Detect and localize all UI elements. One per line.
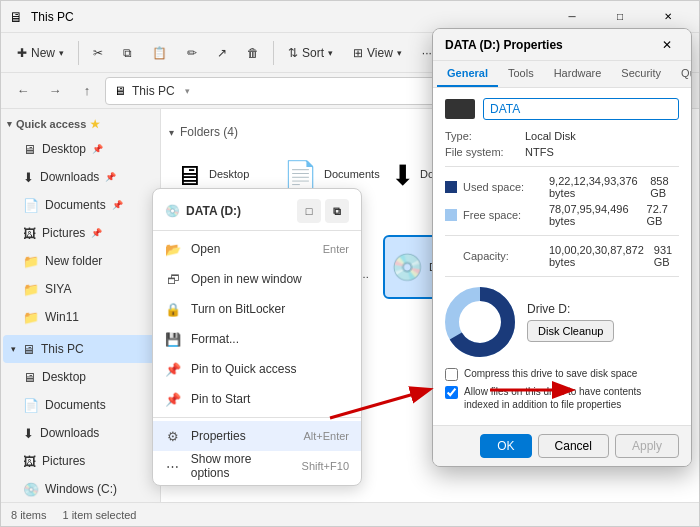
context-menu-more-icon-btn[interactable]: ⧉	[325, 199, 349, 223]
compress-label: Compress this drive to save disk space	[464, 367, 637, 380]
pc-pictures-icon: 🖼	[23, 454, 36, 469]
ctx-properties[interactable]: ⚙ Properties Alt+Enter	[153, 421, 361, 451]
ctx-bitlocker-icon: 🔒	[165, 302, 181, 317]
properties-dialog: DATA (D:) Properties ✕ General Tools Har…	[432, 28, 692, 467]
sidebar-item-documents[interactable]: 📄 Documents 📌	[3, 191, 158, 219]
sidebar-win11-label: Win11	[45, 310, 79, 324]
free-space-row: Free space: 78,07,95,94,496 bytes 72.7 G…	[445, 203, 679, 227]
tab-quota[interactable]: Quota	[671, 61, 692, 87]
tab-tools[interactable]: Tools	[498, 61, 544, 87]
sidebar-item-win11[interactable]: 📁 Win11	[3, 303, 158, 331]
desktop-icon: 🖥	[23, 142, 36, 157]
ctx-pin-start[interactable]: 📌 Pin to Start	[153, 384, 361, 414]
sort-button[interactable]: ⇅ Sort ▾	[280, 37, 341, 69]
ctx-pin-quick-icon: 📌	[165, 362, 181, 377]
ctx-bitlocker-label: Turn on BitLocker	[191, 302, 285, 316]
folder-desktop-label: Desktop	[209, 168, 249, 181]
pin-icon-desktop: 📌	[92, 144, 103, 154]
ctx-pin-start-icon: 📌	[165, 392, 181, 407]
new-icon: ✚	[17, 46, 27, 60]
ctx-divider-2	[153, 417, 361, 418]
index-checkbox[interactable]	[445, 386, 458, 399]
sidebar-pc-documents[interactable]: 📄 Documents	[3, 391, 158, 419]
ctx-more-label: Show more options	[191, 452, 292, 480]
cut-icon: ✂	[93, 46, 103, 60]
tab-hardware[interactable]: Hardware	[544, 61, 612, 87]
ctx-divider-1	[153, 230, 361, 231]
new-button[interactable]: ✚ New ▾	[9, 37, 72, 69]
sidebar-item-pictures[interactable]: 🖼 Pictures 📌	[3, 219, 158, 247]
sidebar-pc-downloads[interactable]: ⬇ Downloads	[3, 419, 158, 447]
sidebar-siya-label: SIYA	[45, 282, 71, 296]
donut-chart	[445, 287, 515, 357]
index-row: Allow files on this drive to have conten…	[445, 385, 679, 411]
pc-downloads-icon: ⬇	[23, 426, 34, 441]
tab-security[interactable]: Security	[611, 61, 671, 87]
sidebar-pc-pictures[interactable]: 🖼 Pictures	[3, 447, 158, 475]
compress-checkbox[interactable]	[445, 368, 458, 381]
rename-button[interactable]: ✏	[179, 37, 205, 69]
sidebar-downloads-label: Downloads	[40, 170, 99, 184]
ctx-open-new[interactable]: 🗗 Open in new window	[153, 264, 361, 294]
location-icon: 🖥	[114, 84, 126, 98]
folder-documents-label: Documents	[324, 168, 380, 181]
sidebar-item-this-pc[interactable]: ▾ 🖥 This PC	[3, 335, 158, 363]
quick-access-section: ▾ Quick access ★ 🖥 Desktop 📌 ⬇ Downloads…	[1, 113, 160, 331]
cancel-button[interactable]: Cancel	[538, 434, 609, 458]
forward-button[interactable]: →	[41, 77, 69, 105]
used-label: Used space:	[463, 181, 543, 193]
type-row: Type: Local Disk	[445, 130, 679, 142]
ctx-pin-start-label: Pin to Start	[191, 392, 250, 406]
copy-button[interactable]: ⧉	[115, 37, 140, 69]
dialog-title: DATA (D:) Properties	[445, 38, 563, 52]
drive-name-input[interactable]	[483, 98, 679, 120]
ctx-pin-quick[interactable]: 📌 Pin to Quick access	[153, 354, 361, 384]
free-bytes: 78,07,95,94,496 bytes	[549, 203, 637, 227]
disk-cleanup-button[interactable]: Disk Cleanup	[527, 320, 614, 342]
win11-icon: 📁	[23, 310, 39, 325]
sidebar-item-new-folder[interactable]: 📁 New folder	[3, 247, 158, 275]
sidebar-item-siya[interactable]: 📁 SIYA	[3, 275, 158, 303]
sidebar-pc-desktop[interactable]: 🖥 Desktop	[3, 363, 158, 391]
context-menu-copy-icon-btn[interactable]: □	[297, 199, 321, 223]
delete-button[interactable]: 🗑	[239, 37, 267, 69]
up-button[interactable]: ↑	[73, 77, 101, 105]
ctx-open-new-icon: 🗗	[165, 272, 181, 287]
ctx-open-icon: 📂	[165, 242, 181, 257]
selected-count: 1 item selected	[62, 509, 136, 521]
cut-button[interactable]: ✂	[85, 37, 111, 69]
sidebar-item-downloads[interactable]: ⬇ Downloads 📌	[3, 163, 158, 191]
used-bytes: 9,22,12,34,93,376 bytes	[549, 175, 640, 199]
ctx-more[interactable]: ⋯ Show more options Shift+F10	[153, 451, 361, 481]
view-button[interactable]: ⊞ View ▾	[345, 37, 410, 69]
sidebar-item-desktop[interactable]: 🖥 Desktop 📌	[3, 135, 158, 163]
paste-button[interactable]: 📋	[144, 37, 175, 69]
copy-icon: ⧉	[123, 46, 132, 60]
ctx-more-shortcut: Shift+F10	[302, 460, 349, 472]
tab-general[interactable]: General	[437, 61, 498, 87]
donut-section: Drive D: Disk Cleanup	[445, 287, 679, 357]
pc-documents-icon: 📄	[23, 398, 39, 413]
address-text: This PC	[132, 84, 175, 98]
pc-windows-icon: 💿	[23, 482, 39, 497]
ok-button[interactable]: OK	[480, 434, 531, 458]
back-button[interactable]: ←	[9, 77, 37, 105]
siya-icon: 📁	[23, 282, 39, 297]
share-button[interactable]: ↗	[209, 37, 235, 69]
folder-documents-icon: 📄	[283, 159, 318, 192]
dialog-footer: OK Cancel Apply	[433, 425, 691, 466]
fs-value: NTFS	[525, 146, 554, 158]
ctx-open[interactable]: 📂 Open Enter	[153, 234, 361, 264]
used-gb: 858 GB	[650, 175, 679, 199]
ctx-format[interactable]: 💾 Format...	[153, 324, 361, 354]
pin-icon-documents: 📌	[112, 200, 123, 210]
context-menu-header-icons: □ ⧉	[297, 199, 349, 223]
apply-button[interactable]: Apply	[615, 434, 679, 458]
prop-divider-1	[445, 166, 679, 167]
ctx-bitlocker[interactable]: 🔒 Turn on BitLocker	[153, 294, 361, 324]
sidebar-pc-windows[interactable]: 💿 Windows (C:)	[3, 475, 158, 502]
ctx-more-icon: ⋯	[165, 459, 181, 474]
sidebar-documents-label: Documents	[45, 198, 106, 212]
dialog-close-button[interactable]: ✕	[655, 33, 679, 57]
context-menu-title: DATA (D:)	[186, 204, 241, 218]
